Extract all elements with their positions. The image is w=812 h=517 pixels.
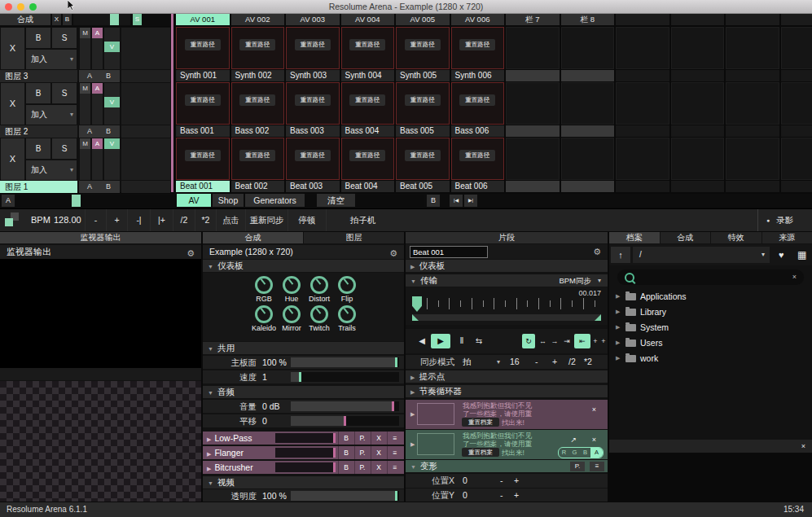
expand-icon[interactable]: ▶ [616,305,620,319]
effect-button-P.[interactable]: P. [354,432,370,445]
clip-cell[interactable]: 重置路径Beat 004 [341,138,395,192]
layer-v-handle[interactable]: V [104,138,120,149]
layer-solo-button[interactable]: S [52,138,77,159]
slider-marker[interactable] [299,372,301,382]
record-button[interactable]: ● 录影 [757,209,812,231]
clip-thumbnail[interactable]: 重置路径 [396,27,450,69]
clip-name[interactable]: Beat 004 [341,181,395,192]
clip-name[interactable]: Beat 001 [176,181,230,192]
clip-cell[interactable]: 重置路径Beat 002 [231,138,285,192]
clip-cell[interactable] [616,27,669,81]
transform-value[interactable]: 0 [463,489,467,502]
effect-button-≡[interactable]: ≡ [387,446,402,459]
clip-cell[interactable] [616,82,669,137]
random-icon[interactable]: ⇆ [472,334,485,348]
reset-path-button[interactable]: 重置路径 [349,39,385,50]
column-header-10[interactable] [671,14,725,25]
play-icon[interactable]: ▶ [431,334,450,348]
effect-button-B[interactable]: B [338,461,353,474]
effect-button-P.[interactable]: P. [354,461,370,474]
empty-clip-name[interactable] [671,181,725,192]
tempo-button-重新同步[interactable]: 重新同步 [245,209,287,231]
clip-thumbnail[interactable]: 重置路径 [286,138,340,180]
section-clip-dashboard[interactable]: ▶仪表板 [406,260,608,272]
reset-path-button[interactable]: 重置路径 [459,150,495,161]
reset-path-button[interactable]: 重置路径 [185,94,221,106]
layer-b-assign[interactable]: B [106,181,111,193]
expand-icon[interactable]: ▶ [207,433,211,446]
tab-来源[interactable]: 来源 [762,232,812,243]
section-beat-looper[interactable]: ▶节奏循环器 [406,385,608,397]
tempo-button-+[interactable]: + [106,209,127,231]
loop-end-marker[interactable] [595,314,601,321]
effect-button-P.[interactable]: P. [354,446,370,459]
cue-plus-icon[interactable]: + [592,334,599,348]
empty-clip-slot[interactable] [671,138,725,180]
gear-icon[interactable]: ⚙ [389,247,397,261]
clip-cell[interactable] [726,27,779,81]
effect-button-B[interactable]: B [338,432,353,445]
play-once-icon[interactable]: → [550,334,560,348]
param-value[interactable]: 100 % [262,356,287,369]
clip-cell[interactable]: 重置路径Bass 005 [396,82,450,137]
clip-name[interactable]: Bass 004 [341,125,395,137]
tempo-button-|+[interactable]: |+ [150,209,173,231]
clip-name[interactable]: Bass 006 [451,125,505,137]
clip-name-input[interactable] [410,246,488,258]
clip-cell[interactable]: 重置路径Bass 001 [176,82,230,137]
clip-thumbnail[interactable]: 重置路径 [341,82,395,125]
clip-cell[interactable]: 重置路径Bass 004 [341,82,395,137]
layer-opacity-fader[interactable] [121,138,170,180]
knob-Distort[interactable]: Distort [305,276,333,304]
tab-档案[interactable]: 档案 [609,232,660,243]
clip-cell[interactable] [781,27,812,81]
effect-button-≡[interactable]: ≡ [387,432,402,445]
sync-mode-dropdown[interactable]: 拍 [463,355,472,369]
layer-clear-button[interactable]: X [1,28,24,69]
expand-icon[interactable]: ▶ [207,448,211,461]
tab-合成[interactable]: 合成 [661,232,711,243]
clip-cell[interactable] [671,27,725,81]
reset-path-button[interactable]: 重置路径 [239,150,275,161]
empty-clip-name[interactable] [506,181,560,192]
param-slider[interactable] [291,372,399,382]
reset-path-button[interactable]: 重置路径 [185,150,221,161]
search-input[interactable]: × [617,269,804,285]
clip-cell[interactable] [506,82,560,137]
layer-name[interactable]: 图层 3 [0,70,77,82]
clip-thumbnail[interactable]: 重置路径 [231,138,285,180]
layer-v-handle[interactable]: V [104,97,120,107]
section-audio[interactable]: ▼音频 [203,386,404,398]
clip-cell[interactable]: 重置路径Synth 006 [451,27,505,81]
empty-clip-name[interactable] [781,181,812,192]
reset-file-button[interactable]: 重置档案 [462,418,499,427]
value-minus-button[interactable]: - [500,474,503,488]
missing-effect-row-2[interactable]: ▶我感到抱歉但我们不见了一些档案，请使用重重置档案找出来!↗RGBA× [406,430,608,459]
beats-plus-button[interactable]: + [552,355,557,369]
beats-value[interactable]: 16 [510,355,520,369]
clip-thumbnail[interactable]: 重置路径 [286,27,340,69]
clip-name[interactable]: Synth 001 [176,70,230,81]
clip-cell[interactable] [671,138,725,192]
empty-clip-slot[interactable] [616,27,669,69]
clip-cell[interactable] [506,138,560,192]
effect-button-≡[interactable]: ≡ [387,461,402,474]
effect-button-X[interactable]: X [371,432,386,445]
folder-row-System[interactable]: ▶System [609,320,812,335]
params-button[interactable]: P. [570,462,585,471]
knob-dial[interactable] [310,305,328,323]
clip-name[interactable]: Beat 002 [231,181,285,192]
layer-name-fader[interactable] [121,125,170,138]
column-header-3[interactable]: AV 003 [286,14,340,25]
layer-blend-dropdown[interactable]: 加入▾ [26,105,77,125]
beats-minus-button[interactable]: - [535,355,538,369]
param-value[interactable]: 100 % [262,489,287,502]
section-transform[interactable]: ▼变形P.≡ [406,460,608,472]
layer-m-handle[interactable]: M [80,83,90,94]
expand-icon[interactable]: ▶ [207,462,211,475]
composition-label[interactable]: 合成 [0,14,50,25]
layer-opacity-fader[interactable] [121,28,170,69]
layer-a-assign[interactable]: A [87,181,92,193]
layer-a-handle[interactable]: A [92,83,103,94]
composition-solo-button[interactable]: S [133,14,142,25]
